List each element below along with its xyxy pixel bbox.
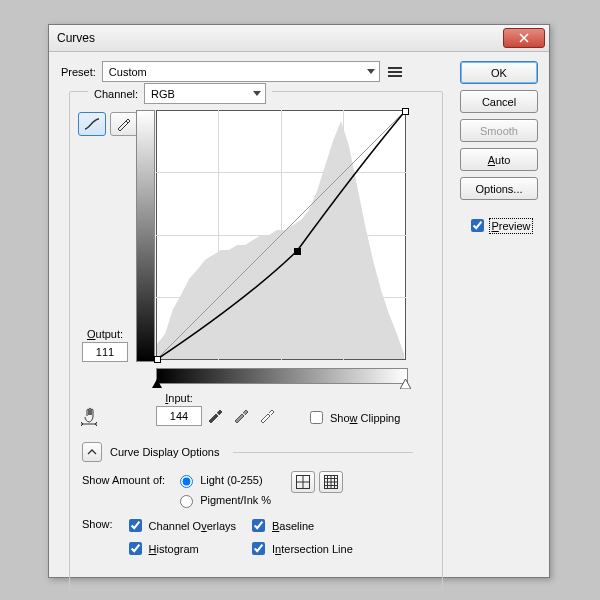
curves-dialog: Curves Preset: Custom OK Cancel Smooth A…: [48, 24, 550, 578]
smooth-button[interactable]: Smooth: [460, 119, 538, 142]
preview-row: Preview: [467, 216, 530, 235]
show-clipping-label: Show Clipping: [330, 412, 400, 424]
channel-select[interactable]: RGB: [144, 83, 266, 104]
channel-overlays-row[interactable]: Channel Overlays: [125, 516, 236, 535]
curve-pencil-tool[interactable]: [110, 112, 138, 136]
dialog-title: Curves: [57, 31, 95, 45]
main-group: Channel: RGB: [69, 91, 443, 591]
curve-point-highlight[interactable]: [402, 108, 409, 115]
close-button[interactable]: [503, 28, 545, 48]
grid-fine-icon: [324, 475, 338, 489]
curve-display-row: Curve Display Options: [82, 442, 413, 462]
show-options-row: Show: Channel Overlays Histogram Baselin…: [82, 516, 353, 558]
show-amount-options: Light (0-255) Pigment/Ink %: [175, 472, 271, 508]
light-label: Light (0-255): [200, 474, 262, 486]
titlebar[interactable]: Curves: [49, 25, 549, 52]
grid-coarse-icon: [296, 475, 310, 489]
triangle-open-icon: [400, 379, 411, 389]
output-label: Output:: [76, 328, 134, 340]
show-amount-label: Show Amount of:: [82, 474, 165, 486]
hand-scrubby-icon: [80, 404, 102, 426]
preset-value: Custom: [109, 66, 147, 78]
tone-curve: [156, 110, 406, 360]
curve-point-tool[interactable]: [78, 112, 106, 136]
baseline-label: Baseline: [272, 520, 314, 532]
channel-overlays-checkbox[interactable]: [129, 519, 142, 532]
curve-tools: [78, 112, 138, 136]
intersection-row[interactable]: Intersection Line: [248, 539, 353, 558]
preset-menu-icon[interactable]: [388, 65, 402, 79]
show-col2: Baseline Intersection Line: [248, 516, 353, 558]
eyedroppers: [206, 406, 276, 426]
white-point-marker[interactable]: [400, 379, 411, 391]
show-col1: Channel Overlays Histogram: [125, 516, 236, 558]
grid-fine-toggle[interactable]: [319, 471, 343, 493]
output-area: Output: 111: [76, 328, 134, 362]
curve-display-label: Curve Display Options: [110, 446, 219, 458]
divider: [233, 452, 413, 453]
curve-point-shadow[interactable]: [154, 356, 161, 363]
input-field[interactable]: 144: [156, 406, 202, 426]
collapse-toggle[interactable]: [82, 442, 102, 462]
light-radio[interactable]: [180, 475, 193, 488]
show-amount-row: Show Amount of: Light (0-255) Pigment/In…: [82, 472, 343, 508]
output-field[interactable]: 111: [82, 342, 128, 362]
preset-label: Preset:: [61, 66, 96, 78]
black-eyedropper[interactable]: [206, 406, 224, 426]
pencil-icon: [116, 117, 132, 131]
right-button-column: OK Cancel Smooth Auto Options... Preview: [461, 61, 537, 235]
preset-select[interactable]: Custom: [102, 61, 380, 82]
curve-icon: [84, 117, 100, 131]
pigment-radio-row[interactable]: Pigment/Ink %: [175, 492, 271, 508]
intersection-label: Intersection Line: [272, 543, 353, 555]
cancel-button[interactable]: Cancel: [460, 90, 538, 113]
grid-size-toggles: [291, 471, 343, 493]
preview-checkbox[interactable]: [471, 219, 484, 232]
baseline-row[interactable]: Baseline: [248, 516, 353, 535]
input-gradient: [156, 368, 408, 384]
show-label: Show:: [82, 518, 113, 530]
intersection-checkbox[interactable]: [252, 542, 265, 555]
channel-row: Channel: RGB: [88, 83, 272, 104]
light-radio-row[interactable]: Light (0-255): [175, 472, 271, 488]
channel-label: Channel:: [94, 88, 138, 100]
grid-coarse-toggle[interactable]: [291, 471, 315, 493]
channel-value: RGB: [151, 88, 175, 100]
eyedropper-icon: [258, 406, 276, 424]
chevron-up-icon: [87, 447, 97, 457]
histogram-label: Histogram: [149, 543, 199, 555]
pigment-radio[interactable]: [180, 495, 193, 508]
histogram-checkbox[interactable]: [129, 542, 142, 555]
black-point-marker[interactable]: [152, 379, 162, 388]
output-gradient: [136, 110, 155, 362]
eyedropper-icon: [206, 406, 224, 424]
eyedropper-icon: [232, 406, 250, 424]
show-clipping-checkbox[interactable]: [310, 411, 323, 424]
white-eyedropper[interactable]: [258, 406, 276, 426]
dialog-body: Preset: Custom OK Cancel Smooth Auto Opt…: [49, 51, 549, 577]
gray-eyedropper[interactable]: [232, 406, 250, 426]
pigment-label: Pigment/Ink %: [200, 494, 271, 506]
input-label: Input:: [134, 392, 224, 404]
auto-button[interactable]: Auto: [460, 148, 538, 171]
show-clipping-row: Show Clipping: [306, 408, 400, 427]
channel-overlays-label: Channel Overlays: [149, 520, 236, 532]
options-button[interactable]: Options...: [460, 177, 538, 200]
baseline-checkbox[interactable]: [252, 519, 265, 532]
histogram-row[interactable]: Histogram: [125, 539, 236, 558]
close-icon: [519, 33, 529, 43]
curve-chart[interactable]: [156, 110, 406, 360]
curve-point-active[interactable]: [294, 248, 301, 255]
ok-button[interactable]: OK: [460, 61, 538, 84]
preview-label: Preview: [491, 220, 530, 232]
targeted-adjust-tool[interactable]: [80, 404, 102, 426]
